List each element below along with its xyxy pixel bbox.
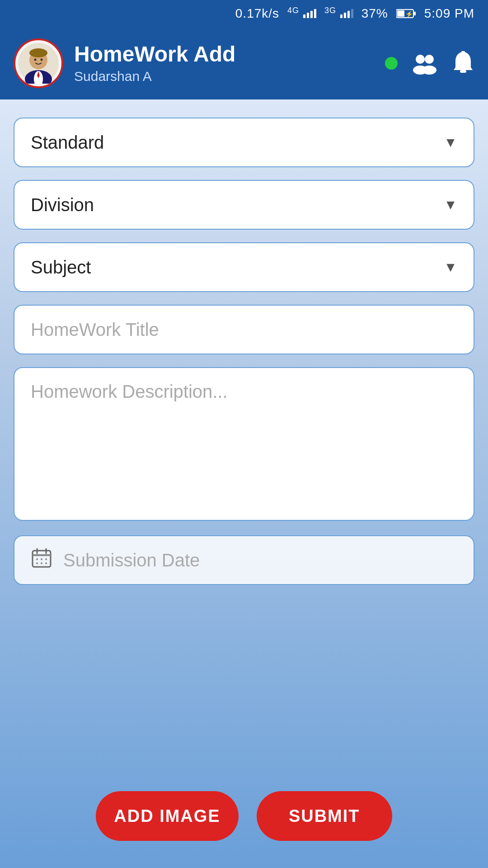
submission-date-wrapper: Submission Date [14, 535, 474, 585]
add-image-button[interactable]: ADD IMAGE [96, 791, 238, 841]
svg-point-15 [422, 66, 436, 75]
online-indicator [385, 57, 398, 70]
svg-point-11 [41, 59, 43, 61]
submission-date-field[interactable]: Submission Date [14, 535, 474, 585]
homework-title-wrapper [14, 305, 474, 354]
svg-rect-1 [413, 12, 416, 15]
header-icons [385, 51, 474, 76]
signal-bars-4g [303, 8, 316, 18]
bottom-buttons: ADD IMAGE SUBMIT [14, 791, 474, 850]
status-bar: 0.17k/s 4G 3G 37% ⚡ 5:09 PM [0, 0, 488, 27]
subject-dropdown-wrapper: Subject ▼ [14, 242, 474, 292]
division-dropdown-wrapper: Division ▼ [14, 180, 474, 230]
svg-text:⚡: ⚡ [405, 10, 413, 18]
division-chevron-down-icon: ▼ [444, 197, 457, 212]
svg-point-10 [34, 59, 37, 61]
network-speed: 0.17k/s [235, 6, 279, 21]
homework-description-wrapper [14, 367, 474, 523]
submission-date-placeholder: Submission Date [63, 550, 200, 571]
division-label: Division [31, 195, 94, 215]
user-name: Sudarshan A [74, 69, 374, 84]
svg-point-22 [36, 558, 38, 560]
battery-percent: 37% [361, 6, 388, 21]
network-type-1: 4G [287, 6, 316, 21]
svg-rect-16 [460, 70, 466, 73]
standard-label: Standard [31, 132, 104, 153]
svg-point-23 [41, 558, 42, 560]
header-title-block: HomeWork Add Sudarshan A [74, 42, 374, 85]
homework-title-input[interactable] [14, 305, 474, 354]
group-icon[interactable] [411, 52, 438, 75]
signal-bars-3g [340, 8, 353, 18]
division-dropdown[interactable]: Division ▼ [14, 180, 474, 230]
subject-chevron-down-icon: ▼ [444, 259, 457, 275]
main-content: Standard ▼ Division ▼ Subject ▼ [0, 99, 488, 868]
svg-point-12 [416, 55, 425, 64]
calendar-icon [31, 547, 52, 574]
svg-rect-19 [33, 554, 51, 556]
svg-point-13 [425, 55, 434, 64]
page-title: HomeWork Add [74, 42, 374, 66]
homework-description-input[interactable] [14, 367, 474, 521]
current-time: 5:09 PM [424, 6, 474, 21]
avatar [14, 38, 63, 88]
submit-button[interactable]: SUBMIT [257, 791, 392, 841]
svg-point-9 [29, 48, 47, 57]
standard-chevron-down-icon: ▼ [444, 135, 457, 150]
standard-dropdown[interactable]: Standard ▼ [14, 118, 474, 167]
svg-point-24 [45, 558, 47, 560]
svg-point-26 [41, 562, 42, 564]
network-type-2: 3G [324, 6, 353, 21]
standard-dropdown-wrapper: Standard ▼ [14, 118, 474, 167]
subject-label: Subject [31, 257, 91, 278]
svg-point-27 [45, 562, 47, 564]
app-header: HomeWork Add Sudarshan A [0, 27, 488, 99]
bell-icon[interactable] [452, 51, 474, 76]
subject-dropdown[interactable]: Subject ▼ [14, 242, 474, 292]
svg-point-25 [36, 562, 38, 564]
svg-rect-2 [397, 10, 404, 17]
battery-icon: ⚡ [396, 9, 416, 19]
